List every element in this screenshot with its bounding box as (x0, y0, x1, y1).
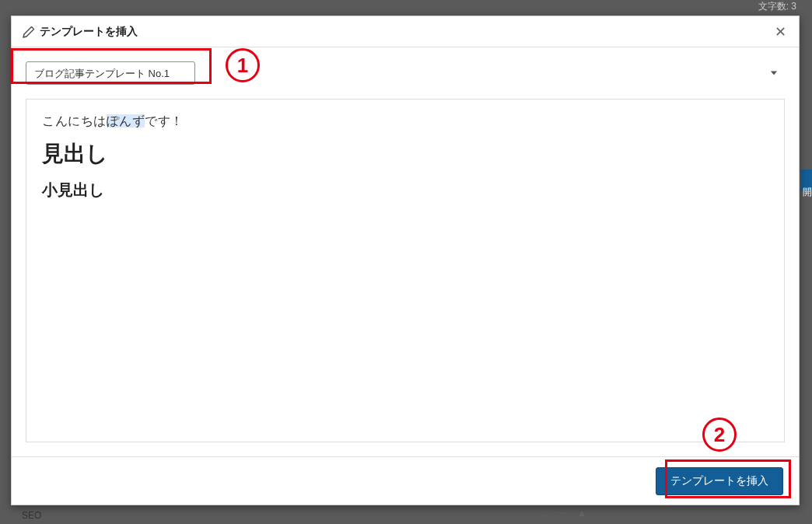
template-preview: こんにちはぽんずです！ 見出し 小見出し (26, 99, 785, 442)
template-select-wrap: ブログ記事テンプレート No.1 (26, 61, 785, 85)
preview-intro-prefix: こんにちは (42, 114, 107, 128)
chevron-up-icon[interactable]: ︿ (540, 508, 549, 521)
chevron-top-icon[interactable]: ▲ (577, 508, 586, 521)
background-arrows: ︿ ﹀ ▲ (540, 508, 586, 521)
preview-intro: こんにちはぽんずです！ (42, 114, 768, 130)
close-button[interactable]: ✕ (771, 23, 789, 41)
background-seo-meta: SEO (22, 510, 41, 521)
background-toolbar: 文字数: 3 (0, 0, 812, 16)
close-icon: ✕ (775, 23, 786, 40)
pencil-icon (23, 26, 35, 38)
chevron-down-icon[interactable]: ﹀ (558, 508, 568, 521)
modal-footer: テンプレートを挿入 2 (12, 456, 799, 505)
modal-body: ブログ記事テンプレート No.1 こんにちはぽんずです！ 見出し 小見出し (12, 47, 799, 456)
modal-header: テンプレートを挿入 ✕ (12, 16, 799, 47)
preview-subheading: 小見出し (42, 180, 768, 201)
insert-template-button[interactable]: テンプレートを挿入 (656, 467, 783, 495)
preview-intro-suffix: です！ (145, 114, 184, 128)
template-select[interactable]: ブログ記事テンプレート No.1 (26, 61, 195, 85)
insert-template-modal: テンプレートを挿入 ✕ ブログ記事テンプレート No.1 こんにちはぽんずです！… (11, 16, 800, 505)
preview-intro-highlight: ぽんず (107, 114, 145, 128)
background-side-tab[interactable]: 開 (801, 169, 812, 191)
preview-heading: 見出し (42, 139, 768, 169)
modal-title: テンプレートを挿入 (40, 25, 138, 39)
char-count-label: 文字数: 3 (758, 1, 796, 12)
